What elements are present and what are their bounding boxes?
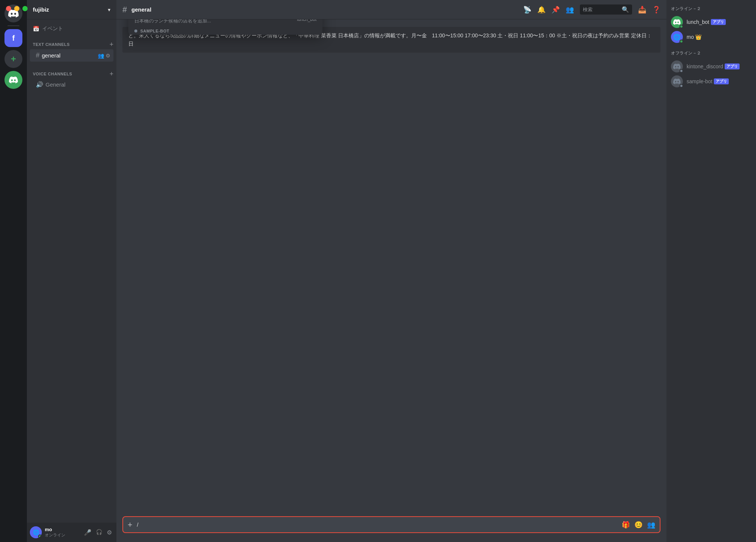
invite-people-icon[interactable]: 👥: [647, 521, 655, 529]
mute-button[interactable]: 🎤: [82, 527, 93, 538]
text-channels-label: TEXT CHANNELS: [33, 42, 70, 47]
search-icon: 🔍: [622, 6, 629, 13]
members-icon[interactable]: 👥: [566, 6, 574, 14]
sample-bot-badge: アプリ: [714, 78, 729, 84]
notification-bell-icon[interactable]: 🔔: [537, 6, 546, 14]
main-content: # general 📡 🔔 📌 👥 🔍 📥 ❓ ど。来人くるなら5品品の詳細なメ…: [116, 0, 666, 542]
kintone-badge: アプリ: [725, 63, 740, 69]
inbox-icon[interactable]: 📥: [638, 6, 646, 14]
sample-bot-name: sample-bot: [687, 78, 712, 84]
member-avatar-lunch-bot: [671, 16, 683, 28]
user-status-text: オンライン: [45, 532, 79, 538]
voice-channels-label: VOICE CHANNELS: [33, 72, 72, 76]
server-letter: f: [12, 34, 15, 43]
voice-channels-category: VOICE CHANNELS +: [27, 65, 116, 79]
speaker-icon: 🔊: [36, 81, 43, 88]
add-attachment-button[interactable]: +: [128, 520, 132, 530]
member-avatar-sample-bot: [671, 75, 683, 87]
channel-action-icons: 👥 ⚙: [98, 53, 110, 59]
server-list: f +: [0, 0, 27, 542]
user-display-name: mo: [45, 527, 79, 532]
maximize-button[interactable]: [22, 6, 28, 11]
headphones-button[interactable]: 🎧: [94, 527, 104, 538]
user-status-indicator: [38, 535, 42, 538]
sample-bot-status: [680, 84, 683, 88]
search-bar[interactable]: 🔍: [580, 4, 632, 15]
online-members-section: オンライン－２ lunch_bot アプリ 🌐: [671, 6, 752, 44]
text-channels-category: TEXT CHANNELS +: [27, 35, 116, 49]
sample-bot-info: sample-bot アプリ: [687, 78, 729, 84]
chat-input-wrapper: + 🎁 😊 👥: [116, 516, 666, 542]
member-avatar-kintone: [671, 60, 683, 72]
user-bar: 🌐 mo オンライン 🎤 🎧 ⚙: [27, 523, 116, 542]
lunch-bot-name-row: lunch_bot アプリ: [687, 19, 726, 25]
right-sidebar: オンライン－２ lunch_bot アプリ 🌐: [666, 0, 756, 542]
signal-icon[interactable]: 📡: [523, 6, 531, 14]
sample-bot-section-label: SAMPLE-BOT: [140, 29, 169, 33]
green-server-icon[interactable]: [4, 71, 22, 89]
pin-icon[interactable]: 📌: [552, 6, 560, 14]
add-server-button[interactable]: +: [4, 50, 22, 68]
user-settings-button[interactable]: ⚙: [105, 527, 113, 538]
chat-input-container: + 🎁 😊 👥: [122, 516, 660, 533]
command-popup: 🕐 よく使うスラッシュコマンド /add-lunch 日本橋のランチ候補の店..…: [128, 19, 322, 35]
channel-item-general[interactable]: # general 👥 ⚙: [30, 49, 113, 62]
user-info: mo オンライン: [45, 527, 79, 538]
channel-hash-icon: #: [122, 5, 127, 15]
channel-item-general-voice[interactable]: 🔊 General: [30, 79, 113, 90]
kintone-status: [680, 69, 683, 73]
offline-members-section: オフライン－２ kintone_discord アプリ: [671, 50, 752, 89]
mo-status: [680, 40, 683, 43]
lunch-bot-badge: アプリ: [711, 19, 726, 25]
command-item-add-lunch-full[interactable]: /add-lunch 日本橋のランチ候補の店名を追加... lunch_bot: [128, 19, 322, 26]
lunch-bot-info: lunch_bot アプリ: [687, 19, 726, 25]
member-item-sample-bot[interactable]: sample-bot アプリ: [671, 74, 752, 89]
server-name: fujibiz: [33, 6, 49, 13]
kintone-info: kintone_discord アプリ: [687, 63, 740, 69]
lunch-bot-status: [680, 25, 683, 28]
settings-icon[interactable]: ⚙: [106, 53, 110, 59]
chat-input-right-icons: 🎁 😊 👥: [622, 521, 655, 529]
calendar-icon: 📅: [33, 26, 39, 32]
member-item-kintone[interactable]: kintone_discord アプリ: [671, 59, 752, 74]
emoji-icon[interactable]: 😊: [634, 521, 643, 529]
channel-list: 📅 イベント TEXT CHANNELS + # general 👥 ⚙ VOI…: [27, 19, 116, 523]
text-channels-section: TEXT CHANNELS + # general 👥 ⚙: [27, 35, 116, 62]
server-header[interactable]: fujibiz ▾: [27, 0, 116, 19]
voice-channels-section: VOICE CHANNELS + 🔊 General: [27, 65, 116, 90]
chat-header: # general 📡 🔔 📌 👥 🔍 📥 ❓: [116, 0, 666, 19]
member-item-mo[interactable]: 🌐 mo 👑: [671, 29, 752, 44]
kintone-name: kintone_discord: [687, 63, 723, 69]
event-item[interactable]: 📅 イベント: [27, 22, 116, 35]
server-chevron-icon: ▾: [108, 7, 110, 13]
sample-bot-name-row: sample-bot アプリ: [687, 78, 729, 84]
add-text-channel-button[interactable]: +: [109, 41, 113, 48]
message-input[interactable]: [137, 517, 617, 532]
sample-bot-status-dot: [134, 29, 137, 32]
channel-sidebar: fujibiz ▾ 📅 イベント TEXT CHANNELS + # gener…: [27, 0, 116, 542]
channel-name-voice-general: General: [46, 81, 110, 88]
mo-info: mo 👑: [687, 34, 702, 40]
offline-header: オフライン－２: [671, 50, 752, 56]
close-button[interactable]: [6, 6, 11, 11]
minimize-button[interactable]: [14, 6, 19, 11]
lunch-bot-name: lunch_bot: [687, 19, 709, 25]
hash-icon: #: [36, 52, 40, 59]
channel-name-general: general: [42, 52, 96, 59]
add-voice-channel-button[interactable]: +: [109, 71, 113, 77]
user-avatar: 🌐: [30, 526, 42, 538]
kintone-name-row: kintone_discord アプリ: [687, 63, 740, 69]
mo-name: mo: [687, 34, 694, 40]
sample-bot-section-header: SAMPLE-BOT: [128, 26, 322, 35]
chat-header-right: 📡 🔔 📌 👥 🔍 📥 ❓: [523, 4, 660, 15]
help-icon[interactable]: ❓: [652, 6, 660, 14]
mo-name-row: mo 👑: [687, 34, 702, 40]
fujibiz-server-icon[interactable]: f: [4, 29, 22, 47]
gift-icon[interactable]: 🎁: [622, 521, 630, 529]
add-member-icon[interactable]: 👥: [98, 53, 104, 59]
search-input[interactable]: [583, 7, 619, 12]
online-header: オンライン－２: [671, 6, 752, 12]
member-avatar-mo: 🌐: [671, 31, 683, 43]
chat-channel-name: general: [131, 6, 151, 13]
member-item-lunch-bot[interactable]: lunch_bot アプリ: [671, 15, 752, 29]
